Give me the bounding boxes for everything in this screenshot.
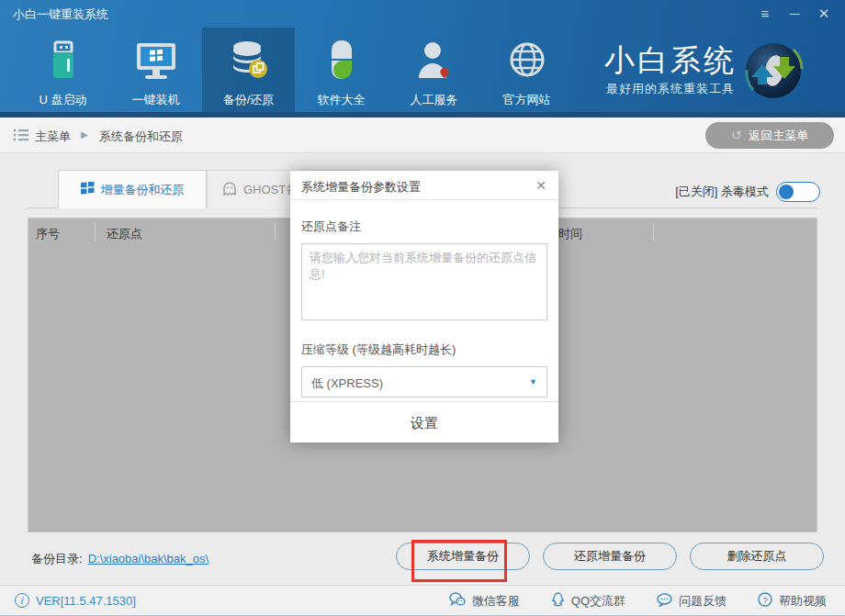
restore-incremental-backup-button[interactable]: 还原增量备份	[543, 543, 677, 570]
compression-level-select[interactable]: 低 (XPRESS) ▼	[301, 366, 547, 398]
footer-links: 微信客服 QQ交流群	[449, 592, 827, 610]
return-main-menu-button[interactable]: ↺返回主菜单	[705, 122, 834, 149]
nav-item-one-key-install[interactable]: 一键装机	[109, 28, 202, 112]
settings-submit-button[interactable]: 设置	[290, 402, 558, 442]
version-label: VER[11.5.47.1530]	[36, 594, 136, 608]
nav-item-official-site[interactable]: 官方网站	[480, 28, 573, 112]
footer-link-label: QQ交流群	[571, 593, 625, 610]
wechat-icon	[449, 592, 466, 610]
close-icon[interactable]: ✕	[812, 4, 836, 24]
column-divider	[653, 222, 654, 241]
feedback-icon	[657, 593, 672, 610]
windows-flag-icon	[81, 182, 95, 197]
nav-label: 软件大全	[318, 92, 366, 108]
apps-icon	[321, 37, 362, 84]
compression-level-value: 低 (XPRESS)	[311, 375, 383, 392]
tab-incremental-backup[interactable]: 增量备份和还原	[58, 170, 207, 208]
column-divider	[275, 222, 276, 241]
column-header-time: 时间	[558, 226, 582, 242]
dialog-footer: 设置	[290, 401, 558, 442]
brand-logo-icon	[740, 39, 806, 108]
nav-label: 人工服务	[411, 92, 458, 108]
svg-text:?: ?	[762, 596, 767, 605]
nav-item-usb-boot[interactable]: U 盘启动	[17, 28, 109, 112]
nav-item-backup-restore[interactable]: 备份/还原	[202, 28, 295, 112]
column-header-restore-point: 还原点	[107, 226, 142, 242]
nav-label: 一键装机	[132, 92, 180, 108]
back-arrow-icon: ↺	[731, 128, 742, 142]
help-icon: ?	[758, 592, 772, 610]
restore-note-label: 还原点备注	[301, 218, 547, 235]
usb-icon	[43, 37, 84, 84]
info-icon: i	[15, 593, 29, 608]
footer-link-label: 问题反馈	[679, 593, 727, 610]
version-row: i VER[11.5.47.1530]	[15, 593, 136, 608]
dialog-close-icon[interactable]: ✕	[533, 177, 549, 194]
window-controls: ≡ ─ ✕	[753, 4, 836, 24]
header: 小白一键重装系统 ≡ ─ ✕ U 盘启动	[0, 0, 845, 118]
nav-label: U 盘启动	[39, 92, 87, 108]
status-footer: i VER[11.5.47.1530] 微信客服	[0, 585, 845, 616]
dialog-body: 还原点备注 压缩等级 (等级越高耗时越长) 低 (XPRESS) ▼	[290, 200, 558, 398]
backup-directory-label: 备份目录:	[31, 552, 83, 566]
antivirus-toggle-label: [已关闭] 杀毒模式	[675, 184, 769, 200]
main-nav: U 盘启动 一键装机	[17, 28, 573, 112]
qq-icon	[551, 592, 565, 610]
app-window: 小白一键重装系统 ≡ ─ ✕ U 盘启动	[0, 0, 845, 616]
toggle-knob	[779, 185, 794, 199]
chevron-down-icon: ▼	[529, 377, 537, 386]
nav-item-software[interactable]: 软件大全	[295, 28, 388, 112]
incremental-backup-settings-dialog: 系统增量备份参数设置 ✕ 还原点备注 压缩等级 (等级越高耗时越长) 低 (XP…	[290, 171, 558, 442]
backup-restore-icon	[228, 37, 270, 84]
backup-directory-row: 备份目录:D:\xiaobai\bak\bak_os\	[31, 551, 208, 567]
globe-icon	[507, 37, 547, 84]
tab-label: 增量备份和还原	[101, 182, 185, 198]
compression-level-label: 压缩等级 (等级越高耗时越长)	[301, 342, 547, 358]
monitor-icon	[134, 37, 178, 84]
window-title: 小白一键重装系统	[13, 6, 108, 23]
back-button-label: 返回主菜单	[749, 129, 808, 142]
nav-item-support[interactable]: 人工服务	[388, 28, 480, 112]
breadcrumb-current: 系统备份和还原	[99, 129, 183, 145]
column-header-seq: 序号	[36, 226, 60, 242]
nav-label: 备份/还原	[223, 92, 275, 108]
dialog-title-bar: 系统增量备份参数设置 ✕	[290, 171, 558, 200]
help-video-link[interactable]: ? 帮助视频	[758, 592, 827, 610]
ghost-icon	[222, 182, 237, 198]
feedback-link[interactable]: 问题反馈	[657, 592, 727, 610]
qq-group-link[interactable]: QQ交流群	[551, 592, 625, 610]
support-icon	[414, 37, 455, 84]
breadcrumb: 主菜单 ▶ 系统备份和还原 ↺返回主菜单	[0, 118, 845, 153]
dialog-title: 系统增量备份参数设置	[301, 179, 421, 196]
delete-restore-point-button[interactable]: 删除还原点	[690, 543, 824, 570]
menu-icon[interactable]: ≡	[753, 4, 777, 24]
brand-logo-text: 小白系统	[604, 40, 737, 82]
backup-directory-link[interactable]: D:\xiaobai\bak\bak_os\	[88, 552, 209, 566]
breadcrumb-arrow-icon: ▶	[81, 129, 88, 140]
brand-tagline: 最好用的系统重装工具	[606, 81, 735, 97]
antivirus-toggle-switch[interactable]	[776, 182, 820, 202]
list-menu-icon	[13, 128, 28, 146]
column-divider	[95, 222, 96, 241]
wechat-support-link[interactable]: 微信客服	[449, 592, 520, 610]
minimize-icon[interactable]: ─	[783, 4, 806, 24]
system-incremental-backup-button[interactable]: 系统增量备份	[396, 543, 530, 570]
nav-label: 官方网站	[503, 92, 551, 108]
antivirus-toggle-row: [已关闭] 杀毒模式	[675, 182, 820, 202]
breadcrumb-root[interactable]: 主菜单	[35, 129, 71, 145]
restore-note-input[interactable]	[301, 243, 547, 320]
footer-link-label: 微信客服	[472, 593, 520, 610]
footer-link-label: 帮助视频	[779, 593, 827, 610]
